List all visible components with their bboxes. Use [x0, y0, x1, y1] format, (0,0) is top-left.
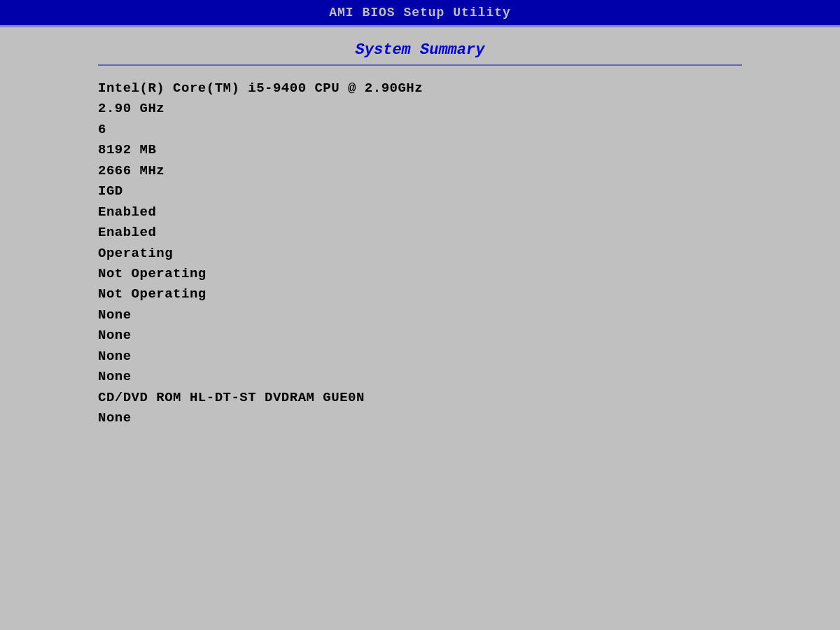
list-item: None [98, 305, 742, 326]
list-item: 8192 MB [98, 140, 742, 160]
section-title: System Summary [98, 41, 742, 59]
list-item: 2666 MHz [98, 161, 742, 181]
list-item: IGD [98, 181, 742, 202]
list-item: 2.90 GHz [98, 99, 742, 119]
content-area: System Summary Intel(R) Core(TM) i5-9400… [0, 27, 840, 442]
list-item: 6 [98, 120, 742, 140]
list-item: Enabled [98, 223, 742, 243]
system-info-list: Intel(R) Core(TM) i5-9400 CPU @ 2.90GHz2… [98, 78, 742, 428]
section-separator [98, 64, 742, 66]
list-item: Not Operating [98, 264, 742, 284]
list-item: Not Operating [98, 284, 742, 304]
top-bar: AMI BIOS Setup Utility [0, 0, 840, 25]
list-item: Intel(R) Core(TM) i5-9400 CPU @ 2.90GHz [98, 78, 742, 99]
bios-screen: AMI BIOS Setup Utility System Summary In… [0, 0, 840, 630]
list-item: None [98, 408, 742, 428]
top-bar-title: AMI BIOS Setup Utility [329, 6, 511, 20]
list-item: None [98, 326, 742, 346]
list-item: Enabled [98, 202, 742, 223]
list-item: CD/DVD ROM HL-DT-ST DVDRAM GUE0N [98, 388, 742, 408]
list-item: Operating [98, 244, 742, 264]
list-item: None [98, 367, 742, 387]
list-item: None [98, 346, 742, 367]
